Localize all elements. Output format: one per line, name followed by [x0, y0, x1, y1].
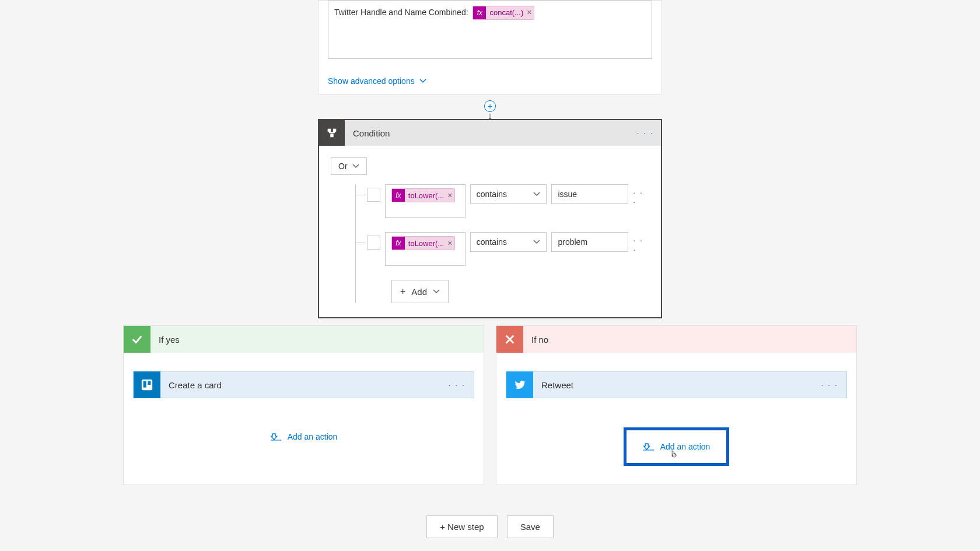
- show-advanced-options-link[interactable]: Show advanced options: [328, 76, 426, 86]
- row-checkbox[interactable]: [367, 236, 380, 250]
- add-action-button-yes[interactable]: Add an action: [262, 427, 346, 446]
- if-no-branch: If no Retweet · · · Add an action: [496, 325, 857, 485]
- row-checkbox[interactable]: [367, 188, 380, 202]
- check-icon: [124, 326, 150, 353]
- new-step-label: + New step: [440, 522, 484, 532]
- action-title: Create a card: [169, 380, 222, 390]
- logic-operator-dropdown[interactable]: Or: [331, 157, 367, 175]
- expression-token-concat[interactable]: fx concat(...) ×: [473, 6, 534, 20]
- if-yes-branch: If yes Create a card · · · Add an action: [123, 325, 484, 485]
- chevron-down-icon: [419, 78, 426, 85]
- action-retweet[interactable]: Retweet · · ·: [506, 371, 847, 398]
- chevron-down-icon: [533, 191, 540, 198]
- branch-title: If no: [531, 335, 548, 345]
- expression-token-tolower[interactable]: fx toLower(... ×: [391, 188, 456, 202]
- close-icon: [496, 326, 523, 353]
- description-field[interactable]: Twitter Handle and Name Combined: fx con…: [328, 1, 652, 59]
- value-left-input[interactable]: fx toLower(... ×: [385, 232, 466, 266]
- advanced-options-label: Show advanced options: [328, 76, 415, 86]
- tree-connector: [355, 184, 367, 303]
- condition-row: fx toLower(... × contains issue: [367, 184, 649, 218]
- branch-header-no: If no: [496, 326, 856, 353]
- condition-more-button[interactable]: · · ·: [637, 128, 654, 138]
- add-condition-button[interactable]: + Add: [391, 280, 449, 303]
- token-label: toLower(...: [408, 239, 444, 248]
- add-action-icon: [643, 443, 654, 451]
- save-label: Save: [520, 522, 540, 532]
- save-button[interactable]: Save: [507, 515, 554, 538]
- action-more-button[interactable]: · · ·: [449, 380, 466, 389]
- remove-token-icon[interactable]: ×: [527, 7, 531, 19]
- operator-label: contains: [477, 237, 507, 247]
- add-action-button-no[interactable]: Add an action: [624, 427, 730, 466]
- row-more-button[interactable]: · · ·: [633, 236, 649, 254]
- chevron-down-icon: [352, 163, 359, 170]
- value-text: problem: [558, 237, 587, 247]
- svg-rect-1: [144, 381, 146, 388]
- add-action-label: Add an action: [288, 432, 338, 441]
- condition-title: Condition: [353, 128, 390, 138]
- cursor-icon: [668, 448, 686, 461]
- value-right-input[interactable]: problem: [551, 232, 628, 252]
- remove-token-icon[interactable]: ×: [447, 238, 452, 248]
- trello-icon: [134, 371, 160, 398]
- value-text: issue: [558, 189, 577, 199]
- token-label: toLower(...: [408, 191, 444, 200]
- insert-step-button[interactable]: +: [484, 100, 496, 112]
- condition-branches: If yes Create a card · · · Add an action: [123, 325, 857, 485]
- chevron-down-icon: [433, 288, 440, 295]
- logic-label: Or: [338, 162, 348, 171]
- field-label: Twitter Handle and Name Combined:: [334, 8, 468, 17]
- value-right-input[interactable]: issue: [551, 184, 628, 204]
- connector: + ↓: [0, 94, 980, 119]
- remove-token-icon[interactable]: ×: [447, 191, 452, 200]
- action-title: Retweet: [541, 380, 573, 390]
- operator-dropdown[interactable]: contains: [470, 184, 547, 204]
- add-action-icon: [270, 433, 282, 441]
- fx-icon: fx: [392, 237, 405, 250]
- condition-header[interactable]: Condition · · ·: [319, 120, 661, 146]
- footer-buttons: + New step Save: [0, 515, 980, 538]
- operator-label: contains: [477, 189, 507, 199]
- arrow-down-icon: ↓: [488, 113, 493, 119]
- compose-action-card: Twitter Handle and Name Combined: fx con…: [318, 0, 662, 94]
- expression-token-tolower[interactable]: fx toLower(... ×: [391, 236, 456, 250]
- plus-icon: +: [400, 286, 405, 297]
- branch-title: If yes: [159, 335, 180, 345]
- chevron-down-icon: [533, 238, 540, 245]
- branch-header-yes: If yes: [124, 326, 484, 353]
- condition-icon: [319, 120, 345, 146]
- action-create-card[interactable]: Create a card · · ·: [133, 371, 474, 398]
- add-label: Add: [411, 287, 427, 297]
- twitter-icon: [506, 371, 533, 398]
- condition-row: fx toLower(... × contains problem: [367, 232, 649, 266]
- fx-icon: fx: [392, 189, 405, 202]
- new-step-button[interactable]: + New step: [426, 515, 497, 538]
- token-label: concat(...): [489, 8, 523, 18]
- svg-rect-2: [148, 381, 150, 385]
- fx-icon: fx: [473, 6, 486, 19]
- row-more-button[interactable]: · · ·: [633, 188, 649, 206]
- value-left-input[interactable]: fx toLower(... ×: [385, 184, 466, 218]
- action-more-button[interactable]: · · ·: [821, 380, 838, 389]
- condition-card: Condition · · · Or fx: [318, 119, 662, 318]
- operator-dropdown[interactable]: contains: [470, 232, 547, 252]
